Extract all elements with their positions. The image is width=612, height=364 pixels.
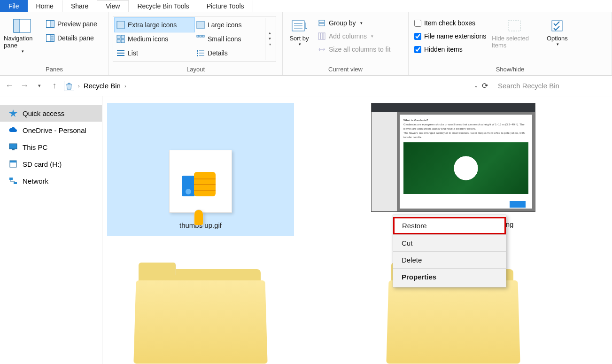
svg-rect-1 bbox=[14, 19, 20, 32]
checkbox-icon[interactable] bbox=[414, 20, 421, 27]
search-input[interactable]: Search Recycle Bin bbox=[492, 82, 608, 90]
chevron-right-icon[interactable]: › bbox=[124, 83, 126, 89]
recent-locations-button[interactable]: ▾ bbox=[34, 83, 45, 89]
sort-by-button[interactable]: Sort by▾ bbox=[287, 16, 312, 46]
refresh-button[interactable]: ⟳ bbox=[482, 81, 488, 90]
context-cut[interactable]: Cut bbox=[393, 234, 506, 251]
tab-file[interactable]: File bbox=[0, 0, 28, 12]
sort-by-label: Sort by bbox=[289, 35, 309, 42]
context-properties[interactable]: Properties bbox=[393, 268, 506, 285]
svg-rect-21 bbox=[197, 50, 198, 52]
layout-small-icons[interactable]: Small icons bbox=[194, 32, 265, 46]
svg-rect-32 bbox=[319, 23, 325, 26]
grid-small-icon bbox=[196, 35, 205, 43]
file-thumbnail bbox=[169, 150, 232, 213]
svg-rect-9 bbox=[117, 21, 124, 29]
tab-picture-tools[interactable]: Picture Tools bbox=[198, 0, 253, 12]
svg-rect-17 bbox=[202, 35, 204, 37]
svg-rect-14 bbox=[121, 39, 124, 43]
main-area: Quick access OneDrive - Personal This PC… bbox=[0, 96, 612, 364]
item-check-boxes-toggle[interactable]: Item check boxes bbox=[412, 18, 488, 28]
options-icon bbox=[548, 19, 566, 33]
forward-button[interactable]: → bbox=[19, 81, 30, 91]
tab-share[interactable]: Share bbox=[62, 0, 97, 12]
svg-rect-42 bbox=[10, 161, 16, 163]
file-view[interactable]: thumbs up.gif What is Gardenia? Gardenia… bbox=[102, 96, 612, 364]
sidebar-item-quick-access[interactable]: Quick access bbox=[0, 105, 102, 122]
chevron-right-icon[interactable]: › bbox=[78, 83, 80, 89]
details-pane-label: Details pane bbox=[57, 34, 94, 42]
group-show-hide: Item check boxes File name extensions Hi… bbox=[409, 12, 612, 75]
folder-icon bbox=[135, 269, 266, 363]
sidebar-item-onedrive[interactable]: OneDrive - Personal bbox=[0, 122, 102, 139]
tab-recycle-bin-tools[interactable]: Recycle Bin Tools bbox=[129, 0, 198, 12]
cloud-icon bbox=[8, 126, 18, 134]
group-current-view-label: Current view bbox=[287, 64, 404, 75]
hide-selected-label: Hide selected items bbox=[492, 35, 537, 49]
navigation-pane-button[interactable]: Navigation pane▾ bbox=[4, 16, 40, 54]
svg-rect-16 bbox=[200, 35, 201, 37]
hidden-items-toggle[interactable]: Hidden items bbox=[412, 44, 488, 54]
breadcrumb-location[interactable]: Recycle Bin bbox=[84, 82, 121, 90]
size-columns-button[interactable]: Size all columns to fit bbox=[316, 44, 393, 54]
context-delete[interactable]: Delete bbox=[393, 251, 506, 268]
dropdown-caret-icon: ▾ bbox=[360, 21, 363, 25]
add-columns-button[interactable]: Add columns ▾ bbox=[316, 31, 393, 41]
dropdown-caret-icon: ▾ bbox=[557, 42, 559, 46]
recycle-bin-icon bbox=[64, 81, 74, 91]
hide-icon bbox=[505, 19, 523, 33]
svg-rect-35 bbox=[323, 33, 325, 39]
sidebar-item-network[interactable]: Network bbox=[0, 172, 102, 189]
list-icon bbox=[116, 49, 125, 57]
group-show-hide-label: Show/hide bbox=[412, 64, 608, 75]
group-by-button[interactable]: Group by ▾ bbox=[316, 18, 393, 28]
autofit-icon bbox=[318, 46, 326, 53]
details-pane-button[interactable]: Details pane bbox=[44, 33, 99, 43]
title-tabs: File Home Share View Recycle Bin Tools P… bbox=[0, 0, 612, 12]
up-button[interactable]: ↑ bbox=[49, 81, 60, 91]
layout-scroll[interactable]: ▲▼▾ bbox=[265, 18, 274, 60]
svg-rect-43 bbox=[9, 178, 13, 180]
details-icon bbox=[196, 49, 205, 57]
sidebar-item-label: This PC bbox=[23, 143, 47, 151]
file-name-extensions-toggle[interactable]: File name extensions bbox=[412, 31, 488, 41]
preview-pane-icon bbox=[46, 20, 54, 28]
gallery-icon bbox=[196, 21, 205, 29]
options-button[interactable]: Options▾ bbox=[541, 16, 573, 46]
layout-list[interactable]: List bbox=[115, 46, 194, 60]
hide-selected-items-button[interactable]: Hide selected items bbox=[492, 16, 537, 49]
layout-details[interactable]: Details bbox=[194, 46, 265, 60]
preview-pane-button[interactable]: Preview pane bbox=[44, 19, 99, 29]
back-button[interactable]: ← bbox=[4, 81, 15, 91]
svg-rect-12 bbox=[121, 35, 124, 39]
tab-home[interactable]: Home bbox=[28, 0, 62, 12]
sidebar-item-label: SD card (H:) bbox=[23, 160, 62, 168]
group-layout-label: Layout bbox=[113, 64, 279, 75]
layout-extra-large-icons[interactable]: Extra large icons bbox=[115, 18, 194, 32]
svg-rect-23 bbox=[197, 53, 198, 54]
svg-rect-13 bbox=[117, 39, 120, 43]
tab-view[interactable]: View bbox=[97, 0, 129, 12]
svg-marker-38 bbox=[9, 109, 17, 117]
file-item-thumbs-up[interactable]: thumbs up.gif bbox=[107, 103, 294, 236]
layout-medium-icons[interactable]: Medium icons bbox=[115, 32, 194, 46]
ribbon: Navigation pane▾ Preview pane Details pa… bbox=[0, 12, 612, 76]
svg-rect-39 bbox=[9, 144, 17, 149]
options-label: Options bbox=[547, 35, 568, 42]
sidebar-item-label: Quick access bbox=[23, 109, 64, 117]
address-history-button[interactable]: ⌄ bbox=[474, 83, 478, 89]
svg-rect-34 bbox=[321, 33, 323, 39]
checkbox-icon[interactable] bbox=[414, 33, 421, 40]
sidebar-item-this-pc[interactable]: This PC bbox=[0, 139, 102, 155]
dropdown-caret-icon: ▾ bbox=[371, 34, 373, 39]
checkbox-icon[interactable] bbox=[414, 46, 421, 53]
grid-icon bbox=[116, 35, 125, 43]
svg-rect-40 bbox=[12, 149, 15, 150]
svg-rect-11 bbox=[117, 35, 120, 39]
dropdown-caret-icon: ▾ bbox=[22, 49, 24, 54]
layout-large-icons[interactable]: Large icons bbox=[194, 18, 265, 32]
sidebar-item-sd-card[interactable]: SD card (H:) bbox=[0, 155, 102, 172]
file-item-folder-1[interactable] bbox=[107, 255, 294, 363]
group-panes: Navigation pane▾ Preview pane Details pa… bbox=[0, 12, 109, 75]
context-restore[interactable]: Restore bbox=[393, 217, 506, 234]
